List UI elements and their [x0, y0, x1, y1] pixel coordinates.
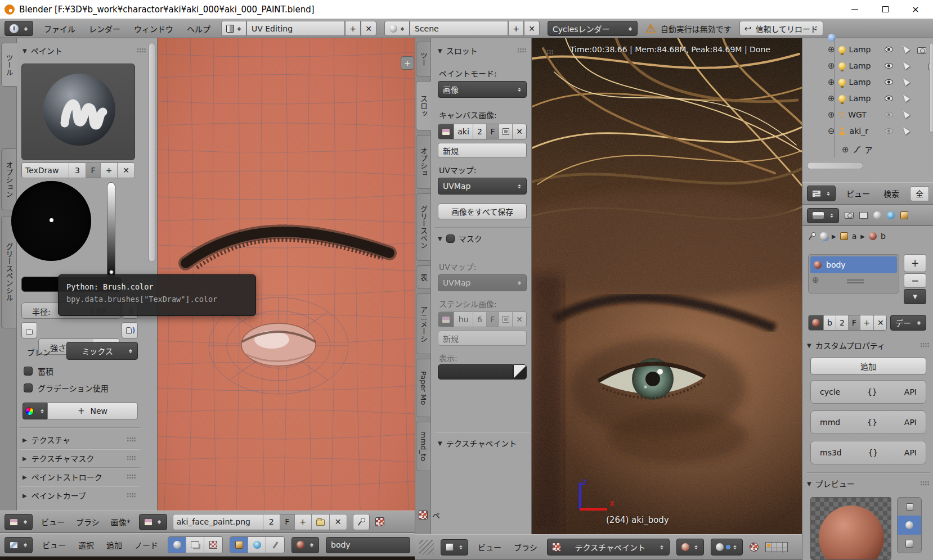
preview-flat-button[interactable] [898, 498, 921, 516]
stencil-new-button[interactable]: 新規 [438, 331, 527, 346]
outliner-menu-search[interactable]: 検索 [881, 187, 902, 200]
node-editor-canvas[interactable] [0, 557, 415, 560]
expand-plus-icon[interactable]: ⊕ [828, 78, 835, 86]
prop-value[interactable]: {} [867, 418, 877, 427]
value-slider-handle[interactable] [109, 270, 114, 274]
preview-sphere-button[interactable] [898, 516, 921, 535]
canvas-users-count[interactable]: 2 [473, 124, 487, 139]
node-material-browse[interactable] [291, 537, 319, 553]
slot-add-button[interactable]: + [904, 254, 926, 272]
image-unlink-button[interactable]: ✕ [330, 514, 347, 530]
slot-specials-dropdown[interactable]: ▼ [904, 289, 926, 304]
row-label[interactable]: Lamp [849, 61, 871, 70]
maximize-button[interactable] [872, 1, 898, 18]
scene-tab-icon[interactable] [873, 211, 881, 219]
selectable-cursor-icon[interactable] [901, 44, 910, 53]
reload-trusted-button[interactable]: ↩信頼してリロード [739, 21, 823, 36]
brush-unlink-button[interactable]: ✕ [118, 163, 134, 178]
gradient-option[interactable]: グラデーション使用 [24, 382, 109, 394]
brush-add-button[interactable]: + [101, 163, 118, 178]
shader-compositing-button[interactable] [204, 537, 222, 553]
row-label[interactable]: Lamp [849, 94, 871, 103]
stencil-color-swatch[interactable] [438, 364, 513, 380]
selectable-cursor-icon[interactable] [901, 109, 910, 118]
selectable-cursor-icon[interactable] [901, 76, 910, 85]
paint-mode-dropdown[interactable]: 画像 [438, 81, 527, 98]
prop-api-button[interactable]: API [904, 448, 917, 457]
panel-paint-stroke[interactable]: ▶ペイントストローク [19, 469, 140, 485]
visibility-eye-icon[interactable] [885, 96, 893, 101]
tab-options[interactable]: オプション [1, 148, 17, 210]
outliner-filter-button-partial[interactable]: 全 [910, 186, 929, 201]
image-fake-user-button[interactable]: F [280, 514, 295, 530]
accumulate-option[interactable]: 蓄積 [24, 365, 53, 377]
menu-help[interactable]: ヘルプ [184, 22, 213, 35]
custom-prop-add-button[interactable]: 追加 [810, 358, 926, 374]
shader-texture-button[interactable] [186, 537, 204, 553]
tab-mmd-tools[interactable]: mmd_to [416, 422, 431, 471]
context-linestyle-button[interactable] [266, 537, 284, 553]
material-link-dropdown[interactable]: デー [890, 315, 926, 331]
visibility-eye-icon-off[interactable] [885, 112, 893, 118]
tab-paper-model[interactable]: Paper Mo [416, 359, 431, 417]
uv-menu-view[interactable]: ビュー [38, 515, 68, 529]
image-browse-dropdown[interactable] [139, 514, 167, 530]
shader-material-button[interactable] [168, 537, 186, 553]
material-slot-selected[interactable]: body [810, 256, 897, 273]
viewport-panel-grip[interactable] [544, 49, 554, 55]
visibility-eye-icon[interactable] [885, 47, 893, 52]
scene-add-button[interactable]: + [508, 21, 524, 36]
image-new-button[interactable]: + [295, 514, 312, 530]
node-editor-type-dropdown[interactable] [5, 537, 33, 553]
canvas-browse-button[interactable] [438, 124, 454, 139]
uv-menu-image[interactable]: 画像* [108, 515, 133, 529]
save-all-images-button[interactable]: 画像をすべて保存 [438, 204, 527, 219]
viewport-3d[interactable]: Time:00:38.66 | Mem:84.68M, Peak:84.69M … [532, 38, 802, 534]
outliner-row-animation[interactable]: ⊕ ア [842, 144, 873, 155]
layout-dropdown[interactable] [221, 21, 246, 36]
row-label[interactable]: aki_r [850, 127, 868, 136]
properties-context-dropdown[interactable] [807, 208, 839, 223]
image-open-button[interactable] [312, 514, 330, 530]
viewport-menu-brush[interactable]: ブラシ [511, 540, 540, 554]
mode-dropdown[interactable]: テクスチャペイント [547, 539, 670, 556]
collapse-minus-icon[interactable]: ⊖ [828, 127, 835, 135]
region-expand-plus-button[interactable]: + [401, 56, 414, 70]
outliner-row-wgt[interactable]: ⊕▽WGT [828, 110, 867, 119]
prop-api-button[interactable]: API [904, 418, 917, 427]
custom-prop-row-cycle[interactable]: cycle {} API [810, 380, 926, 404]
palette-dropdown[interactable] [23, 403, 47, 419]
expand-plus-icon[interactable]: ⊕ [828, 111, 835, 119]
material-name-field[interactable]: b [824, 315, 836, 330]
outliner-h-scrollbar[interactable] [807, 162, 863, 169]
preview-cube-button[interactable] [898, 535, 921, 553]
expand-plus-icon[interactable]: ⊕ [828, 94, 835, 102]
pivot-dropdown[interactable] [711, 539, 743, 556]
slot-drag-handle[interactable] [847, 279, 864, 281]
prop-api-button[interactable]: API [904, 387, 917, 396]
outliner-menu-view[interactable]: ビュー [844, 187, 873, 200]
panel-drag-handle[interactable] [920, 342, 930, 348]
brush-fake-user-button[interactable]: F [86, 163, 101, 178]
canvas-unlink-button[interactable]: ✕ [513, 124, 526, 139]
stencil-sphere-icon[interactable] [750, 543, 759, 552]
tab-options-3d[interactable]: オプショ [416, 135, 431, 189]
paint-panel-header[interactable]: ▼ ペイント [23, 45, 146, 56]
minimize-button[interactable] [842, 1, 868, 18]
expand-plus-icon[interactable]: ⊕ [842, 146, 849, 153]
material-fake-user-button[interactable]: F [849, 315, 860, 330]
node-menu-view[interactable]: ビュー [39, 538, 69, 552]
menu-file[interactable]: ファイル [41, 22, 78, 35]
viewport-shading-dropdown[interactable] [676, 539, 704, 556]
tab-tools[interactable]: ツール [1, 43, 17, 87]
selectable-cursor-icon[interactable] [901, 60, 910, 69]
custom-prop-row-ms3d[interactable]: ms3d {} API [810, 441, 926, 464]
uv-menu-brush[interactable]: ブラシ [73, 515, 102, 529]
stencil-name-field[interactable]: hu [454, 312, 473, 327]
accumulate-checkbox[interactable] [24, 367, 33, 376]
material-browse-button[interactable] [809, 315, 824, 330]
stencil-unlink-button[interactable]: ✕ [513, 312, 526, 327]
color-value-slider[interactable] [107, 182, 115, 279]
render-layers-tab-icon[interactable] [859, 212, 868, 219]
layout-delete-button[interactable]: ✕ [361, 21, 376, 36]
